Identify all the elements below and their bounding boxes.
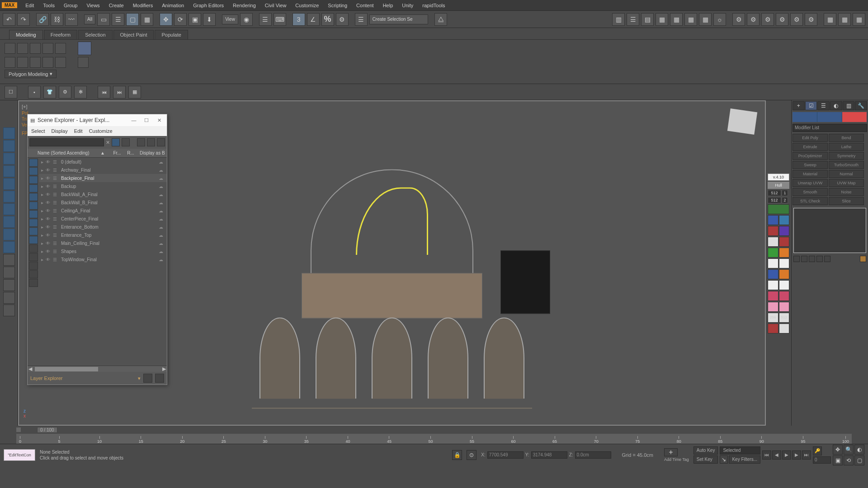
cmd-sub-2[interactable] bbox=[817, 112, 842, 122]
mod-noise[interactable]: Noise bbox=[829, 188, 864, 196]
prev-frame-button[interactable]: ◀ bbox=[772, 450, 781, 460]
menu-edit[interactable]: Edit bbox=[21, 3, 38, 8]
palette-512[interactable]: 512 bbox=[779, 313, 790, 323]
menu-content[interactable]: Content bbox=[352, 3, 378, 8]
set-key-button[interactable]: Set Key bbox=[693, 455, 718, 464]
cmd-color-swatch[interactable] bbox=[842, 112, 867, 122]
left-tool-5[interactable] bbox=[3, 178, 15, 190]
menu-graph-editors[interactable]: Graph Editors bbox=[189, 3, 228, 8]
ribbon-tab-objectpaint[interactable]: Object Paint bbox=[113, 30, 154, 39]
left-tool-2[interactable] bbox=[3, 140, 15, 152]
select-manipulate-button[interactable]: ☰ bbox=[259, 13, 272, 26]
col-display[interactable]: Display as B bbox=[137, 150, 167, 155]
se-filter-helper[interactable] bbox=[29, 193, 38, 201]
render-production-button[interactable]: ☼ bbox=[713, 13, 726, 26]
palette-btn-red[interactable] bbox=[768, 226, 778, 236]
palette-btn-lgt2[interactable] bbox=[779, 258, 790, 268]
extra-tool-7[interactable]: ▦ bbox=[824, 13, 836, 26]
viewport-label[interactable]: [+] bbox=[22, 104, 28, 109]
se-filter-xref[interactable] bbox=[29, 219, 38, 227]
schematic-view-button[interactable]: ▦ bbox=[656, 13, 668, 26]
stack-config[interactable] bbox=[824, 256, 830, 262]
subobj-vertex-button[interactable] bbox=[5, 43, 15, 54]
layer-row[interactable]: ▸👁☰BackWall_A_Final☁ bbox=[39, 190, 167, 198]
polygon-modeling-label[interactable]: Polygon Modeling ▾ bbox=[5, 70, 57, 78]
se-add-child-button[interactable] bbox=[147, 138, 155, 146]
isolate-button[interactable]: ⊙ bbox=[467, 450, 476, 460]
next-frame-button[interactable]: ▶ bbox=[792, 450, 801, 460]
layer-list[interactable]: ▸👁☰0 (default)☁▸👁☰Archway_Final☁▸👁☰Backp… bbox=[39, 158, 167, 366]
key-filters-button[interactable]: Key Filters... bbox=[729, 455, 760, 464]
mod-tool-4[interactable] bbox=[42, 57, 53, 68]
maximize-button[interactable]: ☐ bbox=[142, 117, 151, 123]
cmd-tab-display[interactable]: ▥ bbox=[843, 101, 855, 110]
palette-256[interactable]: 256 bbox=[768, 313, 778, 323]
menu-customize[interactable]: Customize bbox=[291, 3, 323, 8]
select-button[interactable]: ▭ bbox=[97, 13, 110, 26]
visibility-icon[interactable]: 👁 bbox=[46, 176, 53, 181]
key-mode-dropdown[interactable]: Selected bbox=[720, 446, 760, 455]
palette-btn-d[interactable] bbox=[779, 280, 790, 290]
left-tool-1[interactable] bbox=[3, 127, 15, 139]
goto-start-button[interactable]: ⏮ bbox=[762, 450, 771, 460]
cmd-tab-create[interactable]: + bbox=[793, 101, 805, 110]
visibility-icon[interactable]: 👁 bbox=[46, 168, 53, 173]
mod-tool-3[interactable] bbox=[30, 57, 41, 68]
timeline-ruler[interactable]: 0 5 10 15 20 25 30 35 40 45 50 55 60 65 … bbox=[16, 434, 852, 444]
undo-button[interactable]: ↶ bbox=[3, 13, 15, 26]
modifier-list-dropdown[interactable]: Modifier List bbox=[793, 124, 867, 132]
stack-config-sets[interactable] bbox=[860, 256, 866, 262]
selection-filter-dropdown[interactable]: All bbox=[84, 14, 95, 24]
expand-icon[interactable]: ▸ bbox=[41, 241, 46, 246]
expand-icon[interactable]: ▸ bbox=[41, 233, 46, 238]
mod-stl-check[interactable]: STL Check bbox=[793, 197, 828, 205]
angle-snap-button[interactable]: ∠ bbox=[307, 13, 320, 26]
expand-icon[interactable]: ▸ bbox=[41, 249, 46, 254]
percent-snap-button[interactable]: % bbox=[321, 13, 334, 26]
se-add-button[interactable] bbox=[137, 138, 145, 146]
menu-views[interactable]: Views bbox=[82, 3, 104, 8]
nav-pan-button[interactable]: ✥ bbox=[833, 445, 843, 455]
mod-tool-5[interactable] bbox=[55, 57, 66, 68]
se-remove-button[interactable] bbox=[157, 138, 165, 146]
visibility-icon[interactable]: 👁 bbox=[46, 241, 53, 246]
menu-modifiers[interactable]: Modifiers bbox=[128, 3, 158, 8]
subobj-border-button[interactable] bbox=[30, 43, 41, 54]
se-filter-button[interactable] bbox=[112, 138, 120, 146]
scene-explorer-window[interactable]: ▤ Scene Explorer - Layer Expl... — ☐ ✕ S… bbox=[27, 114, 167, 385]
se-foot-config[interactable] bbox=[155, 374, 164, 383]
col-frozen[interactable]: Fr... bbox=[110, 150, 124, 155]
col-render[interactable]: R... bbox=[124, 150, 137, 155]
layer-row[interactable]: ▸👁☰Enterance_Bottom☁ bbox=[39, 223, 167, 231]
extra-tool-5[interactable]: ⚙ bbox=[790, 13, 803, 26]
link-button[interactable]: 🔗 bbox=[36, 13, 49, 26]
nav-fov-button[interactable]: ◐ bbox=[854, 445, 864, 455]
auto-key-button[interactable]: Auto Key bbox=[693, 446, 718, 455]
left-tool-3[interactable] bbox=[3, 153, 15, 164]
cmd-tab-motion[interactable]: ◐ bbox=[830, 101, 842, 110]
se-filter-shape[interactable] bbox=[29, 167, 38, 175]
visibility-icon[interactable]: 👁 bbox=[46, 257, 53, 262]
chevron-down-icon[interactable]: ▾ bbox=[138, 375, 141, 381]
nav-orbit-button[interactable]: ⟲ bbox=[844, 455, 854, 465]
palette-btn-e[interactable] bbox=[768, 291, 778, 301]
palette-btn-purple[interactable] bbox=[779, 226, 790, 236]
extra-tool-4[interactable]: ⚙ bbox=[776, 13, 788, 26]
viewcube[interactable] bbox=[727, 108, 757, 135]
menu-create[interactable]: Create bbox=[104, 3, 128, 8]
curve-editor-button[interactable]: ▤ bbox=[641, 13, 654, 26]
key-mode-toggle[interactable]: 🔑 bbox=[813, 446, 822, 455]
extra-tool-2[interactable]: ⚙ bbox=[747, 13, 760, 26]
layer-row[interactable]: ▸👁☰Enterance_Top☁ bbox=[39, 231, 167, 239]
visibility-icon[interactable]: 👁 bbox=[46, 184, 53, 189]
expand-icon[interactable]: ▸ bbox=[41, 160, 46, 164]
edit-selection-set-button[interactable]: ☰ bbox=[355, 13, 368, 26]
se-filter-cam[interactable] bbox=[29, 184, 38, 192]
extra-tool-1[interactable]: ⚙ bbox=[732, 13, 745, 26]
snap-toggle-button[interactable]: 3 bbox=[292, 13, 305, 26]
coord-x-input[interactable] bbox=[487, 451, 524, 459]
palette-btn-red2[interactable] bbox=[779, 237, 790, 247]
render-icon[interactable]: ☁ bbox=[159, 241, 167, 246]
modifier-stack-preview[interactable] bbox=[793, 208, 866, 253]
render-setup-button[interactable]: ▦ bbox=[684, 13, 697, 26]
